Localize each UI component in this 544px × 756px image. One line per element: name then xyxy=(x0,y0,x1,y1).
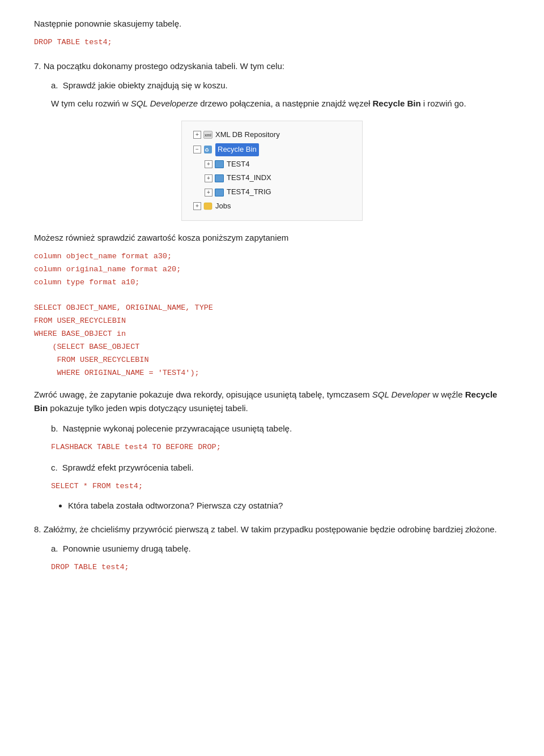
table-icon-test4indx xyxy=(215,174,224,182)
item8-text-content: Załóżmy, że chcieliśmy przywrócić pierws… xyxy=(44,524,497,534)
code-drop-table-1: DROP TABLE test4; xyxy=(34,36,510,49)
item7b-text: W tym celu rozwiń w SQL Developerze drze… xyxy=(51,97,510,110)
tree-label-test4indx: TEST4_INDX xyxy=(227,172,271,184)
item7-intro: 7. Na początku dokonamy prostego odzyska… xyxy=(34,59,510,73)
item7a-label: a. xyxy=(51,79,58,92)
note-text1: Zwróć uwagę, że zapytanie pokazuje dwa r… xyxy=(34,390,370,399)
expand-test4: + xyxy=(205,160,212,168)
note-paragraph: Zwróć uwagę, że zapytanie pokazuje dwa r… xyxy=(34,388,510,415)
tree-row-test4trig: + TEST4_TRIG xyxy=(205,185,351,199)
recycle-icon: ♻ xyxy=(203,145,212,154)
item7b-text2: drzewo połączenia, a następnie znajdź wę… xyxy=(200,99,372,108)
item-b-label: b. xyxy=(51,422,58,435)
page-content: Następnie ponownie skasujemy tabelę. DRO… xyxy=(34,17,510,574)
item7b-flashback: b. Następnie wykonaj polecenie przywraca… xyxy=(51,422,510,454)
item-7: 7. Na początku dokonamy prostego odzyska… xyxy=(34,59,510,512)
item-6: Następnie ponownie skasujemy tabelę. DRO… xyxy=(34,17,510,49)
item6-intro: Następnie ponownie skasujemy tabelę. xyxy=(34,17,510,31)
bullet-list: Która tabela została odtworzona? Pierwsz… xyxy=(51,499,510,512)
code-select-test4: SELECT * FROM test4; xyxy=(51,480,510,493)
tree-row-xmldb: + xml XML DB Repository xyxy=(193,128,351,142)
item7c: c. Sprawdź efekt przywrócenia tabeli. SE… xyxy=(51,461,510,512)
note-italic: SQL Developer xyxy=(372,390,430,399)
tree-row-test4indx: + TEST4_INDX xyxy=(205,171,351,185)
expand-jobs: + xyxy=(193,202,201,210)
item8a-content: Ponownie usuniemy drugą tabelę. xyxy=(63,544,191,553)
expand-test4trig: + xyxy=(205,189,212,197)
svg-text:♻: ♻ xyxy=(205,147,209,153)
item-c-text: Sprawdź efekt przywrócenia tabeli. xyxy=(62,463,194,472)
tree-label-xmldb: XML DB Repository xyxy=(215,129,280,141)
note-text2: w węźle xyxy=(432,390,465,399)
item7a-text: Sprawdź jakie obiekty znajdują się w kos… xyxy=(63,80,228,90)
item-c-label: c. xyxy=(51,461,58,475)
note-text3: pokazuje tylko jeden wpis dotyczący usun… xyxy=(50,403,248,413)
item7c-text: c. Sprawdź efekt przywrócenia tabeli. xyxy=(51,461,510,475)
tree-label-jobs: Jobs xyxy=(215,200,231,212)
item-8: 8. Załóżmy, że chcieliśmy przywrócić pie… xyxy=(34,523,510,574)
item8a-text: a. Ponownie usuniemy drugą tabelę. xyxy=(51,542,510,556)
jobs-icon xyxy=(203,202,212,210)
bullet-item-1: Która tabela została odtworzona? Pierwsz… xyxy=(68,499,510,512)
tree-row-recycle: − ♻ Recycle Bin xyxy=(193,142,351,157)
expand-recycle: − xyxy=(193,146,201,153)
item7a: a. Sprawdź jakie obiekty znajdują się w … xyxy=(51,79,510,92)
tree-label-test4: TEST4 xyxy=(227,159,249,170)
item7b-flashback-text: b. Następnie wykonaj polecenie przywraca… xyxy=(51,422,510,435)
tree-label-test4trig: TEST4_TRIG xyxy=(227,186,271,198)
item8a-label: a. xyxy=(51,542,58,556)
table-icon-test4trig xyxy=(215,189,224,197)
expand-xmldb: + xyxy=(193,131,201,139)
table-icon-test4 xyxy=(215,160,224,168)
tree-row-test4: + TEST4 xyxy=(205,157,351,172)
tree-row-jobs: + Jobs xyxy=(193,199,351,213)
expand-test4indx: + xyxy=(205,174,212,182)
item8-intro: 8. Załóżmy, że chcieliśmy przywrócić pie… xyxy=(34,523,510,536)
code-flashback: FLASHBACK TABLE test4 TO BEFORE DROP; xyxy=(51,441,510,454)
item7b-label: W tym celu rozwiń w xyxy=(51,99,129,108)
code-drop-table-2: DROP TABLE test4; xyxy=(51,561,510,574)
code-select-recyclebin: column object_name format a30; column or… xyxy=(34,250,510,380)
item7b-bold: Recycle Bin xyxy=(373,99,421,108)
description-text: Możesz również sprawdzić zawartość kosza… xyxy=(34,231,510,245)
item7b-text3: i rozwiń go. xyxy=(423,99,466,108)
bullet-text-1: Która tabela została odtworzona? Pierwsz… xyxy=(68,501,283,510)
xmldb-icon: xml xyxy=(203,131,212,139)
recycle-bin-tree: + xml XML DB Repository − ♻ Recycle Bin … xyxy=(181,121,363,221)
item8a: a. Ponownie usuniemy drugą tabelę. DROP … xyxy=(51,542,510,574)
svg-rect-2 xyxy=(204,203,212,210)
item8-number: 8. xyxy=(34,524,41,534)
tree-label-recycle: Recycle Bin xyxy=(215,143,259,156)
item-b-text: Następnie wykonaj polecenie przywracając… xyxy=(63,424,292,433)
item7b-italic: SQL Developerze xyxy=(131,99,198,108)
